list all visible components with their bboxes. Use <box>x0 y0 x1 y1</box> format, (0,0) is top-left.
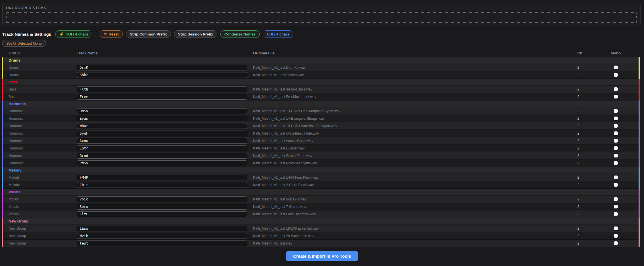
original-file: Katti_Meethi_v1_test Shaker.wav <box>250 73 573 77</box>
original-file: Katti_Meethi_v1_test PolyMAX Synth.wav <box>250 161 573 165</box>
group-section: BassBassKatti_Meethi_v1_test 4-Floot Bas… <box>2 79 640 101</box>
row-group-label: Drums <box>3 66 75 70</box>
track-name-input[interactable] <box>77 211 247 217</box>
strip-session-prefix-button[interactable]: Strip Session Prefix <box>174 30 217 38</box>
row-group-label: Vocals <box>3 205 75 209</box>
track-name-input[interactable] <box>77 196 247 202</box>
group-name: Vocals <box>3 190 639 194</box>
track-name-input[interactable] <box>77 204 247 210</box>
mono-checkbox[interactable] <box>614 109 618 113</box>
col-header-group: Group <box>3 51 75 55</box>
channel-count: 2 <box>573 94 593 99</box>
original-file: Katti_Meethi_v1_test.wav <box>250 241 573 245</box>
mono-checkbox[interactable] <box>614 95 618 98</box>
tracks-table: Group Track Name Original File Ch Mono D… <box>2 50 640 247</box>
channel-count: 2 <box>573 161 593 165</box>
track-name-input[interactable] <box>77 108 247 114</box>
row-group-label: Harmonic <box>3 161 75 165</box>
mono-checkbox[interactable] <box>614 87 618 91</box>
group-name: Drums <box>3 58 639 62</box>
mono-checkbox[interactable] <box>614 183 618 187</box>
ungrouped-stems-dropzone[interactable] <box>6 12 637 23</box>
mono-checkbox[interactable] <box>614 161 618 165</box>
mono-checkbox[interactable] <box>614 131 618 135</box>
footer: Create & Import in Pro Tools <box>0 251 644 261</box>
table-row: New GroupKatti_Meethi_v1_test 18-106 Ess… <box>3 225 639 232</box>
row-group-label: Vocals <box>3 197 75 201</box>
lightning-icon: ⚡ <box>59 32 64 36</box>
mono-checkbox[interactable] <box>614 226 618 230</box>
mono-checkbox[interactable] <box>614 241 618 245</box>
table-row: MelodyKatti_Meethi_v1_test 2-Chirp Pluck… <box>3 181 639 189</box>
reset-button[interactable]: ↺ Reset <box>100 30 123 38</box>
mono-checkbox[interactable] <box>614 212 618 216</box>
mono-checkbox[interactable] <box>614 205 618 208</box>
track-name-input[interactable] <box>77 123 247 129</box>
mono-checkbox[interactable] <box>614 197 618 201</box>
track-name-input[interactable] <box>77 160 247 166</box>
mono-checkbox[interactable] <box>614 154 618 157</box>
original-file: Katti_Meethi_v1_test 13-UADx Opal Morphi… <box>250 109 573 113</box>
ungrouped-stems-title: UNGROUPED STEMS <box>6 6 637 10</box>
hui-4chars-button[interactable]: HUI / 4 chars <box>263 30 293 38</box>
mono-checkbox[interactable] <box>614 176 618 179</box>
table-row: BassKatti_Meethi_v1_test FreeMovement.wa… <box>3 93 639 101</box>
group-section: DrumsDrumsKatti_Meethi_v1_test DrumKit.w… <box>2 57 640 79</box>
row-group-label: New Group <box>3 241 75 245</box>
group-name: Melody <box>3 168 639 172</box>
set-all-detected-mono-button[interactable]: Set All Detected Mono <box>2 40 46 47</box>
row-group-label: Bass <box>3 95 75 99</box>
track-name-input[interactable] <box>77 72 247 78</box>
mono-checkbox[interactable] <box>614 124 618 128</box>
track-name-input[interactable] <box>77 226 247 231</box>
channel-count: 2 <box>573 139 593 143</box>
original-file: Katti_Meethi_v1_test 19-UADx Waterfall B… <box>250 124 573 128</box>
group-header-row: New Group <box>3 218 639 225</box>
table-row: HarmonicKatti_Meethi_v1_test 5-Synthetic… <box>3 130 639 137</box>
row-group-label: New Group <box>3 234 75 238</box>
hui-4chars-active-button[interactable]: ⚡ HUI / 4 chars <box>55 30 92 38</box>
table-row: New GroupKatti_Meethi_v1_test 20-Wavetab… <box>3 232 639 240</box>
col-header-ch: Ch <box>573 51 593 55</box>
create-import-pro-tools-button[interactable]: Create & Import in Pro Tools <box>286 251 358 261</box>
mono-checkbox[interactable] <box>614 234 618 238</box>
row-group-label: New Group <box>3 226 75 230</box>
row-group-label: Drums <box>3 73 75 77</box>
track-name-input[interactable] <box>77 233 247 239</box>
table-row: HarmonicKatti_Meethi_v1_test 13-UADx Opa… <box>3 107 639 115</box>
channel-count: 2 <box>573 226 593 230</box>
track-name-input[interactable] <box>77 65 247 70</box>
row-group-label: Harmonic <box>3 117 75 121</box>
strip-common-prefix-button[interactable]: Strip Common Prefix <box>126 30 171 38</box>
track-name-input[interactable] <box>77 138 247 144</box>
group-section: VocalsVocalsKatti_Meethi_v1_test Voice2-… <box>2 189 640 218</box>
row-group-label: Bass <box>3 87 75 91</box>
track-name-input[interactable] <box>77 86 247 92</box>
table-body: DrumsDrumsKatti_Meethi_v1_test DrumKit.w… <box>2 57 640 247</box>
track-name-input[interactable] <box>77 145 247 151</box>
mono-checkbox[interactable] <box>614 146 618 150</box>
track-name-input[interactable] <box>77 94 247 100</box>
table-header-row: Group Track Name Original File Ch Mono <box>2 50 640 57</box>
mono-checkbox[interactable] <box>614 66 618 69</box>
table-row: VocalsKatti_Meethi_v1_test 7-Serum.wav2 <box>3 203 639 210</box>
original-file: Katti_Meethi_v1_test 2-Chirp Pluck.wav <box>250 183 573 187</box>
track-name-input[interactable] <box>77 116 247 121</box>
mono-checkbox[interactable] <box>614 73 618 77</box>
row-group-label: Vocals <box>3 212 75 216</box>
mono-checkbox[interactable] <box>614 139 618 143</box>
condense-names-button[interactable]: Condense Names <box>220 30 260 38</box>
track-name-input[interactable] <box>77 131 247 136</box>
group-header-row: Bass <box>3 79 639 86</box>
channel-count: 2 <box>573 153 593 158</box>
group-header-row: Melody <box>3 167 639 174</box>
table-row: VocalsKatti_Meethi_v1_test FluteEnsemble… <box>3 210 639 218</box>
track-name-input[interactable] <box>77 153 247 159</box>
track-name-input[interactable] <box>77 182 247 188</box>
channel-count: 2 <box>573 73 593 77</box>
track-name-input[interactable] <box>77 175 247 180</box>
original-file: Katti_Meethi_v1_test 7-Serum.wav <box>250 205 573 209</box>
track-name-input[interactable] <box>77 241 247 246</box>
row-group-label: Harmonic <box>3 124 75 128</box>
mono-checkbox[interactable] <box>614 117 618 120</box>
